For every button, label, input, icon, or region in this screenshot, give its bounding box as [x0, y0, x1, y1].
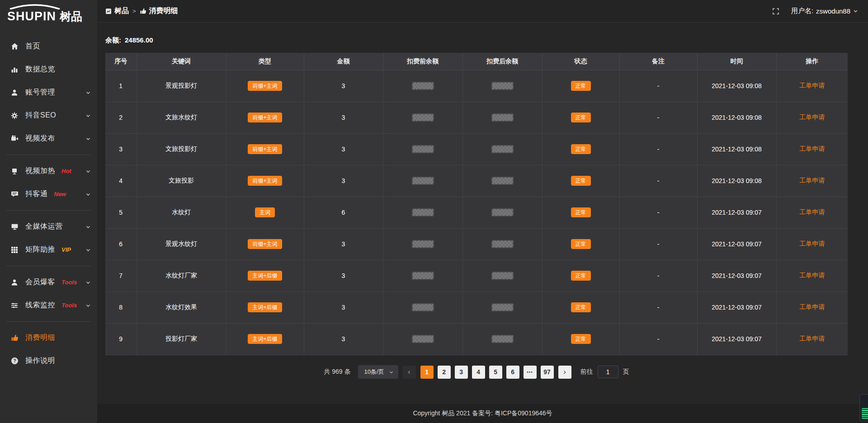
cell-remark: - — [619, 228, 697, 260]
goto-page-input[interactable] — [598, 366, 618, 378]
grid-icon — [10, 246, 19, 254]
sidebar-item-label: 操作说明 — [25, 356, 55, 366]
page-button-2[interactable]: 2 — [438, 366, 451, 379]
cell-balance-after — [462, 133, 542, 165]
sidebar-item-media-operation[interactable]: 全媒体运营 — [0, 215, 97, 238]
sidebar-item-member-burst[interactable]: 会员爆客 Tools — [0, 271, 97, 294]
sidebar-item-operation-guide[interactable]: ? 操作说明 — [0, 349, 97, 372]
page-button-3[interactable]: 3 — [455, 366, 468, 379]
cell-amount: 6 — [304, 197, 383, 228]
cell-remark: - — [619, 70, 697, 102]
cell-no: 2 — [105, 102, 137, 133]
cell-balance-before — [383, 197, 462, 228]
cell-type: 主词+后缀 — [226, 323, 304, 355]
cell-type: 前缀+主词 — [226, 133, 304, 165]
consumption-table-wrap: 序号 关键词 类型 金额 扣费前余额 扣费后余额 状态 备注 时间 操作 — [105, 53, 848, 359]
cell-no: 1 — [105, 70, 137, 102]
masked-value — [492, 82, 513, 89]
cell-type: 前缀+主词 — [226, 70, 304, 102]
work-order-link[interactable]: 工单申请 — [799, 82, 825, 89]
username-value: zswodun88 — [816, 7, 850, 15]
cell-action: 工单申请 — [776, 70, 848, 102]
page-size-select[interactable]: 10条/页 — [358, 365, 398, 379]
work-order-link[interactable]: 工单申请 — [799, 240, 825, 247]
status-badge: 正常 — [571, 302, 591, 312]
sidebar-divider — [6, 321, 91, 322]
app-window: SHUPIN 树品 首页 数据总览 账号管理 — [0, 0, 868, 423]
work-order-link[interactable]: 工单申请 — [799, 145, 825, 152]
status-badge: 正常 — [571, 81, 591, 91]
chevron-down-icon — [85, 280, 91, 285]
chevron-down-icon — [85, 303, 91, 308]
page-button-97[interactable]: 97 — [541, 366, 554, 379]
breadcrumb-current[interactable]: 消费明细 — [140, 6, 178, 16]
masked-value — [412, 146, 434, 153]
user-menu[interactable]: 用户名: zswodun88 — [791, 7, 858, 15]
cell-action: 工单申请 — [776, 260, 848, 291]
cell-amount: 3 — [304, 260, 383, 291]
work-order-link[interactable]: 工单申请 — [799, 208, 825, 216]
col-header-amount: 金额 — [304, 53, 383, 70]
sidebar-item-data-overview[interactable]: 数据总览 — [0, 58, 97, 81]
col-header-balance-before: 扣费前余额 — [383, 53, 462, 70]
work-order-link[interactable]: 工单申请 — [799, 335, 825, 342]
cell-amount: 3 — [304, 228, 383, 260]
masked-value — [492, 335, 513, 343]
cell-balance-after — [462, 70, 542, 102]
type-badge: 主词+后缀 — [248, 334, 282, 344]
sidebar-item-video-heat[interactable]: 视频加热 Hot — [0, 160, 97, 183]
cell-time: 2021-12-03 09:07 — [697, 197, 776, 228]
cell-balance-before — [383, 165, 462, 197]
col-header-keyword: 关键词 — [137, 53, 226, 70]
page-button-1[interactable]: 1 — [420, 366, 434, 379]
sidebar-item-matrix-boost[interactable]: 矩阵助推 VIP — [0, 238, 97, 261]
cell-keyword: 景观水纹灯 — [137, 228, 226, 260]
sidebar-item-home[interactable]: 首页 — [0, 35, 97, 58]
work-order-link[interactable]: 工单申请 — [799, 177, 825, 184]
cell-amount: 3 — [304, 165, 383, 197]
cell-status: 正常 — [542, 70, 619, 102]
prev-page-button[interactable]: ‹ — [403, 366, 416, 379]
breadcrumb-home[interactable]: 树品 — [105, 6, 129, 16]
table-body: 1 景观投影灯 前缀+主词 3 正常 - 2021-12-03 09:08 工单… — [105, 70, 848, 355]
cell-remark: - — [619, 323, 697, 355]
cell-balance-before — [383, 133, 462, 165]
footer: Copyright 树品 2021 备案号: 粤ICP备09019646号 — [97, 404, 868, 423]
masked-value — [492, 240, 513, 248]
page-ellipsis-button[interactable]: ••• — [524, 366, 537, 379]
page-button-5[interactable]: 5 — [489, 366, 502, 379]
bar-chart-icon — [10, 66, 19, 73]
status-badge: 正常 — [571, 176, 591, 186]
next-page-button[interactable]: › — [558, 366, 571, 379]
sidebar-item-video-publish[interactable]: 视频发布 — [0, 127, 97, 150]
copyright-text: Copyright 树品 2021 备案号: 粤ICP备09019646号 — [413, 409, 552, 418]
cell-type: 前缀+主词 — [226, 228, 304, 260]
floating-widget[interactable] — [859, 394, 868, 421]
cell-time: 2021-12-03 09:08 — [697, 102, 776, 133]
brand-logo: SHUPIN 树品 — [0, 0, 97, 30]
work-order-link[interactable]: 工单申请 — [799, 272, 825, 279]
sidebar-item-clue-monitor[interactable]: 线索监控 Tools — [0, 294, 97, 317]
work-order-link[interactable]: 工单申请 — [799, 113, 825, 121]
type-badge: 主词+后缀 — [248, 271, 282, 281]
sidebar-item-consumption-detail[interactable]: 消费明细 — [0, 326, 97, 349]
col-header-time: 时间 — [697, 53, 776, 70]
cell-action: 工单申请 — [776, 197, 848, 228]
sidebar-item-doukotong[interactable]: 抖客通 New — [0, 183, 97, 206]
cell-remark: - — [619, 165, 697, 197]
col-header-no: 序号 — [105, 53, 137, 70]
cell-action: 工单申请 — [776, 291, 848, 323]
fullscreen-icon[interactable] — [772, 8, 779, 15]
cell-keyword: 投影灯厂家 — [137, 323, 226, 355]
cell-no: 4 — [105, 165, 137, 197]
cell-no: 3 — [105, 133, 137, 165]
cell-remark: - — [619, 291, 697, 323]
cell-time: 2021-12-03 09:07 — [697, 260, 776, 291]
sidebar-item-account[interactable]: 账号管理 — [0, 81, 97, 104]
sidebar-item-douyin-seo[interactable]: 抖音SEO — [0, 104, 97, 127]
consume-icon — [10, 334, 19, 342]
page-button-4[interactable]: 4 — [472, 366, 485, 379]
masked-value — [492, 304, 513, 311]
work-order-link[interactable]: 工单申请 — [799, 303, 825, 310]
page-button-6[interactable]: 6 — [506, 366, 519, 379]
